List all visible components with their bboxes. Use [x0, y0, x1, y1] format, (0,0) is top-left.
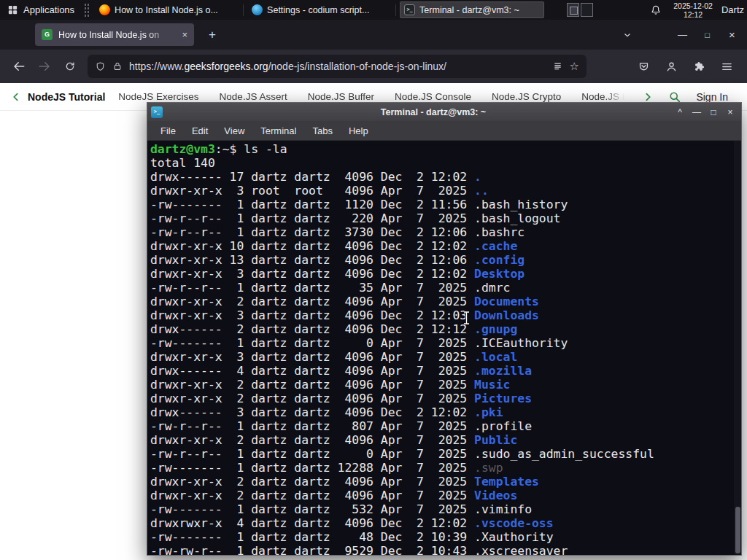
terminal-scrollbar[interactable]	[734, 141, 741, 555]
terminal-menu-file[interactable]: File	[153, 123, 183, 139]
task-button-settings[interactable]: Settings - codium script...	[247, 1, 392, 18]
window-minimize-button[interactable]: —	[670, 20, 694, 50]
forward-button[interactable]	[33, 55, 56, 78]
terminal-menu-view[interactable]: View	[217, 123, 252, 139]
gfg-search-button[interactable]	[668, 90, 681, 104]
terminal-ls-row: drwxr-xr-x 2 dartz dartz 4096 Apr 7 2025…	[150, 433, 654, 447]
menu-hamburger-icon[interactable]	[715, 55, 738, 78]
ls-row-filename: .bashrc	[474, 225, 525, 239]
terminal-menu-edit[interactable]: Edit	[185, 123, 215, 139]
gfg-nav-link[interactable]: Node.JS Buffer	[308, 91, 374, 102]
ls-row-filename: .bash_logout	[474, 211, 560, 225]
person-glyph	[665, 61, 678, 73]
gfg-nav-link[interactable]: Node.JS DNS	[581, 91, 624, 102]
hamburger-glyph	[721, 61, 733, 73]
account-icon[interactable]	[659, 55, 683, 78]
reader-mode-icon[interactable]	[552, 61, 563, 72]
url-bar[interactable]: https://www.geeksforgeeks.org/node-js/in…	[88, 55, 587, 78]
tab-title: How to Install Node.js on	[58, 30, 176, 40]
back-button[interactable]	[7, 55, 31, 78]
terminal-maximize-button[interactable]: □	[706, 105, 721, 119]
applications-menu-button[interactable]: Applications	[0, 0, 82, 20]
tracking-shield-icon[interactable]	[95, 61, 106, 72]
terminal-body[interactable]: dartz@vm3:~$ ls -latotal 140drwx------ 1…	[147, 141, 741, 555]
workspace-mini-window	[570, 7, 578, 15]
scrollbar-thumb[interactable]	[735, 507, 740, 553]
terminal-window-buttons: ^ — □ ×	[673, 105, 738, 119]
ls-row-filename: .ICEauthority	[474, 336, 568, 350]
ls-row-filename: .sudo_as_admin_successful	[474, 447, 654, 461]
back-arrow-icon	[12, 60, 26, 73]
terminal-total-line: total 140	[150, 156, 654, 170]
task-button-firefox[interactable]: How to Install Node.js o...	[95, 1, 239, 18]
gfg-nav-link[interactable]: Node.JS Crypto	[492, 91, 561, 102]
panel-separator	[243, 4, 244, 16]
terminal-ls-row: -rw-r--r-- 1 dartz dartz 807 Apr 7 2025 …	[150, 419, 654, 433]
nav-scroll-left-button[interactable]	[10, 91, 22, 103]
settings-icon	[252, 4, 263, 15]
terminal-ls-row: -rw-rw-r-- 1 dartz dartz 9529 Dec 2 10:4…	[150, 544, 654, 555]
puzzle-glyph	[693, 61, 705, 73]
reload-icon	[64, 61, 76, 72]
prompt-suffix: :~$	[215, 142, 244, 156]
url-prefix: https://www.	[129, 61, 184, 72]
url-text[interactable]: https://www.geeksforgeeks.org/node-js/in…	[129, 61, 546, 72]
tab-favicon: G	[42, 29, 53, 40]
terminal-ls-row: drwx------ 4 dartz dartz 4096 Apr 7 2025…	[150, 364, 654, 378]
task-button-terminal[interactable]: >_Terminal - dartz@vm3: ~	[400, 1, 544, 18]
ls-row-meta: drwxr-xr-x 2 dartz dartz 4096 Apr 7 2025	[150, 433, 474, 447]
terminal-ls-row: -rw------- 1 dartz dartz 48 Dec 2 10:39 …	[150, 530, 654, 544]
new-tab-button[interactable]: +	[202, 25, 222, 45]
terminal-menu-terminal[interactable]: Terminal	[253, 123, 303, 139]
terminal-ls-row: drwxr-xr-x 10 dartz dartz 4096 Dec 2 12:…	[150, 239, 654, 253]
gfg-primary-link[interactable]: NodeJS Tutorial	[28, 91, 105, 103]
task-button-label: Settings - codium script...	[267, 5, 369, 15]
sign-in-button[interactable]: Sign In	[696, 91, 728, 103]
terminal-shade-button[interactable]: ^	[673, 105, 687, 119]
terminal-menu-tabs[interactable]: Tabs	[305, 123, 339, 139]
ls-row-meta: drwxr-xr-x 3 dartz dartz 4096 Dec 2 12:0…	[150, 308, 474, 322]
workspace-pager[interactable]	[567, 3, 593, 17]
applications-icon	[7, 4, 18, 15]
terminal-menu-help[interactable]: Help	[341, 123, 376, 139]
https-lock-icon[interactable]	[112, 61, 123, 71]
window-close-button[interactable]: ×	[720, 20, 744, 50]
ls-row-meta: drwxr-xr-x 3 dartz dartz 4096 Apr 7 2025	[150, 350, 474, 364]
terminal-ls-row: -rw-r--r-- 1 dartz dartz 35 Apr 7 2025 .…	[150, 281, 654, 295]
ls-row-meta: -rw-rw-r-- 1 dartz dartz 9529 Dec 2 10:4…	[150, 544, 474, 555]
terminal-close-button[interactable]: ×	[723, 105, 738, 119]
window-maximize-button[interactable]: □	[695, 20, 719, 50]
ls-row-meta: drwx------ 4 dartz dartz 4096 Apr 7 2025	[150, 364, 474, 378]
panel-task-list: How to Install Node.js o...Settings - co…	[91, 0, 548, 20]
ls-row-meta: -rw-r--r-- 1 dartz dartz 0 Apr 7 2025	[150, 447, 474, 461]
browser-tab-bar: G How to Install Node.js on × + — □ ×	[0, 20, 747, 50]
ls-row-filename: Pictures	[474, 392, 532, 405]
panel-clock[interactable]: 2025-12-02 12:12	[673, 1, 713, 19]
gfg-nav-link[interactable]: Node.JS Console	[395, 91, 471, 102]
clock-date: 2025-12-02	[673, 1, 713, 10]
list-all-tabs-button[interactable]	[617, 25, 638, 45]
ls-row-meta: drwxrwxr-x 4 dartz dartz 4096 Dec 2 12:0…	[150, 516, 474, 530]
clock-time: 12:12	[673, 10, 713, 19]
tab-close-icon[interactable]: ×	[182, 29, 187, 40]
terminal-minimize-button[interactable]: —	[689, 105, 704, 119]
terminal-command: ls -la	[244, 142, 287, 156]
notifications-button[interactable]	[650, 4, 662, 16]
ls-row-meta: -rw-r--r-- 1 dartz dartz 35 Apr 7 2025	[150, 281, 474, 295]
pocket-icon[interactable]	[632, 55, 655, 78]
workspace-cell[interactable]	[581, 3, 593, 17]
workspace-cell-active[interactable]	[567, 3, 579, 17]
reload-button[interactable]	[58, 55, 82, 78]
terminal-ls-row: drwxr-xr-x 13 dartz dartz 4096 Dec 2 12:…	[150, 253, 654, 267]
ls-row-filename: .local	[474, 350, 517, 364]
bookmark-star-icon[interactable]: ☆	[570, 60, 579, 73]
terminal-ls-row: -rw------- 1 dartz dartz 532 Apr 7 2025 …	[150, 502, 654, 516]
browser-tab[interactable]: G How to Install Node.js on ×	[35, 23, 194, 46]
gfg-nav-link[interactable]: NodeJS Exercises	[118, 91, 198, 102]
extensions-icon[interactable]	[687, 55, 711, 78]
ls-row-meta: -rw------- 1 dartz dartz 1120 Dec 2 11:5…	[150, 198, 474, 211]
gfg-nav-link[interactable]: Node.JS Assert	[220, 91, 287, 102]
search-icon	[668, 90, 681, 104]
nav-scroll-right-button[interactable]	[642, 91, 654, 103]
terminal-titlebar[interactable]: >_ Terminal - dartz@vm3: ~ ^ — □ ×	[147, 103, 741, 121]
